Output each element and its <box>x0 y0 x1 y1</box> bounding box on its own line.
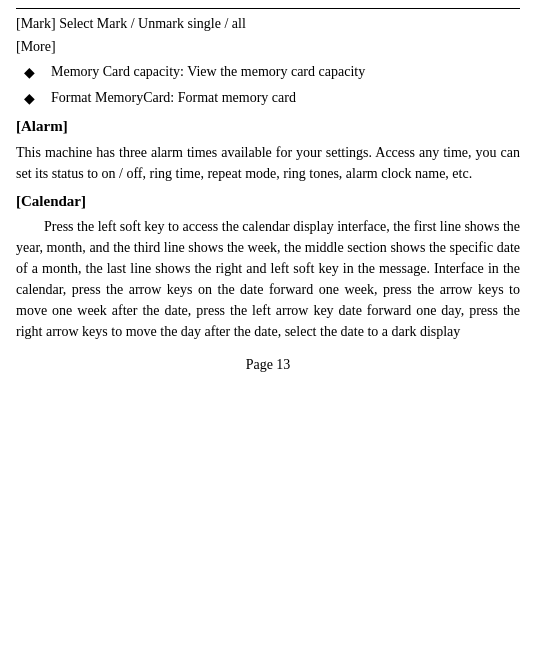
more-line: [More] <box>16 36 520 57</box>
alarm-text: This machine has three alarm times avail… <box>16 142 520 184</box>
mark-line: [Mark] Select Mark / Unmark single / all <box>16 13 520 34</box>
page-footer: Page 13 <box>16 354 520 375</box>
bullet-text-2: Format MemoryCard: Format memory card <box>51 87 520 108</box>
bullet-item-2: ◆ Format MemoryCard: Format memory card <box>24 87 520 109</box>
bullet-text-1: Memory Card capacity: View the memory ca… <box>51 61 520 82</box>
diamond-icon-2: ◆ <box>24 88 35 109</box>
bullet-item-1: ◆ Memory Card capacity: View the memory … <box>24 61 520 83</box>
diamond-icon-1: ◆ <box>24 62 35 83</box>
top-divider <box>16 8 520 9</box>
calendar-text: Press the left soft key to access the ca… <box>16 216 520 342</box>
calendar-heading: [Calendar] <box>16 190 520 213</box>
alarm-heading: [Alarm] <box>16 115 520 138</box>
